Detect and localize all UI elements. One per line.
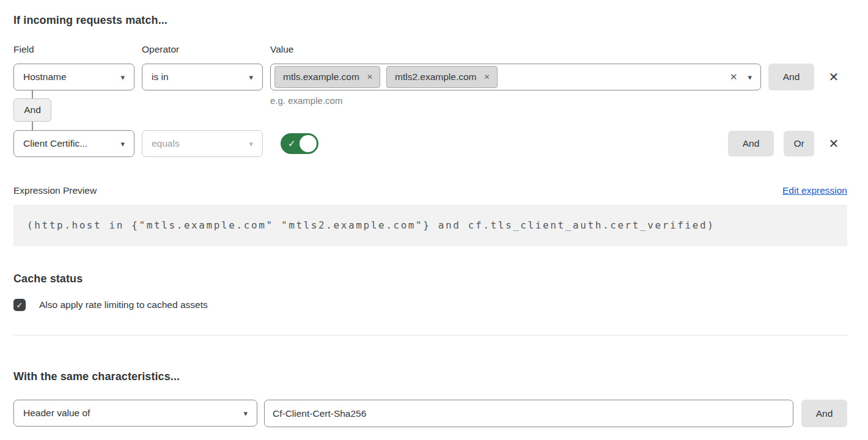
operator-select-1[interactable]: is in ▾ <box>142 64 263 90</box>
chevron-down-icon: ▾ <box>120 73 125 81</box>
operator-select-2-value: equals <box>152 138 180 149</box>
value-box-actions: ✕ ▾ <box>730 72 752 82</box>
header-name-input[interactable] <box>264 400 793 427</box>
and-button-characteristics[interactable]: And <box>801 400 847 427</box>
edit-expression-link[interactable]: Edit expression <box>782 185 847 196</box>
cache-status-title: Cache status <box>13 273 847 285</box>
delete-row2-icon[interactable]: ✕ <box>820 136 847 151</box>
value-helper-text: e.g. example.com <box>270 95 342 106</box>
chevron-down-icon: ▾ <box>120 140 125 148</box>
value-tag: mtls.example.com ✕ <box>274 66 380 88</box>
expression-code-block: (http.host in {"mtls.example.com" "mtls2… <box>13 205 847 246</box>
connector-line-top <box>32 90 33 98</box>
cached-assets-checkbox[interactable]: ✓ <box>13 299 26 311</box>
delete-row1-icon[interactable]: ✕ <box>820 64 847 90</box>
characteristic-select[interactable]: Header value of ▾ <box>13 400 257 427</box>
chevron-down-icon: ▾ <box>249 140 253 148</box>
field-select-1-value: Hostname <box>23 72 67 82</box>
cached-assets-checkbox-label: Also apply rate limiting to cached asset… <box>39 299 208 310</box>
and-connector: And <box>13 90 51 130</box>
operator-select-1-value: is in <box>152 72 169 82</box>
characteristics-title: With the same characteristics... <box>13 370 847 383</box>
characteristics-row: Header value of ▾ And <box>13 400 847 427</box>
and-button-row2[interactable]: And <box>728 131 774 156</box>
characteristic-select-value: Header value of <box>23 408 90 419</box>
expression-preview-header: Expression Preview Edit expression <box>13 185 847 196</box>
match-section-title: If incoming requests match... <box>13 14 847 27</box>
value-column-label: Value <box>270 44 847 55</box>
operator-select-2: equals ▾ <box>142 130 263 157</box>
condition-row-1: Hostname ▾ is in ▾ mtls.example.com ✕ mt… <box>13 64 847 90</box>
cache-checkbox-row: ✓ Also apply rate limiting to cached ass… <box>13 299 847 311</box>
toggle-knob <box>300 135 317 152</box>
chevron-down-icon: ▾ <box>249 73 253 81</box>
value-tag-label: mtls2.example.com <box>395 72 477 82</box>
check-icon: ✓ <box>17 301 23 310</box>
operator-column-label: Operator <box>142 44 263 55</box>
connector-line-bottom <box>32 122 33 130</box>
value-tag: mtls2.example.com ✕ <box>386 66 498 88</box>
field-column-label: Field <box>13 44 134 55</box>
value-multiselect[interactable]: mtls.example.com ✕ mtls2.example.com ✕ ✕… <box>270 64 761 90</box>
field-select-2-value: Client Certific... <box>23 138 87 149</box>
field-select-2[interactable]: Client Certific... ▾ <box>13 130 134 157</box>
field-select-1[interactable]: Hostname ▾ <box>13 64 134 90</box>
value-tag-label: mtls.example.com <box>283 72 359 82</box>
clear-values-icon[interactable]: ✕ <box>730 72 738 82</box>
check-icon: ✓ <box>288 138 296 149</box>
row2-actions: And Or <box>728 131 814 156</box>
chevron-down-icon: ▾ <box>243 409 248 417</box>
rate-limit-rule-builder: If incoming requests match... Field Oper… <box>0 0 868 427</box>
value-tag-list: mtls.example.com ✕ mtls2.example.com ✕ <box>274 66 730 88</box>
remove-tag-icon[interactable]: ✕ <box>367 73 373 81</box>
expression-preview-label: Expression Preview <box>13 185 97 196</box>
section-divider <box>13 335 847 336</box>
column-labels: Field Operator Value <box>13 44 847 55</box>
or-button-row2[interactable]: Or <box>784 131 814 156</box>
chevron-down-icon[interactable]: ▾ <box>748 73 752 81</box>
condition-row-2: Client Certific... ▾ equals ▾ ✓ And Or ✕ <box>13 130 847 157</box>
connector-and-button[interactable]: And <box>13 98 51 122</box>
and-button-row1[interactable]: And <box>768 64 814 90</box>
cert-verified-toggle[interactable]: ✓ <box>281 133 318 154</box>
remove-tag-icon[interactable]: ✕ <box>484 73 490 81</box>
between-rows: And e.g. example.com <box>13 90 847 130</box>
